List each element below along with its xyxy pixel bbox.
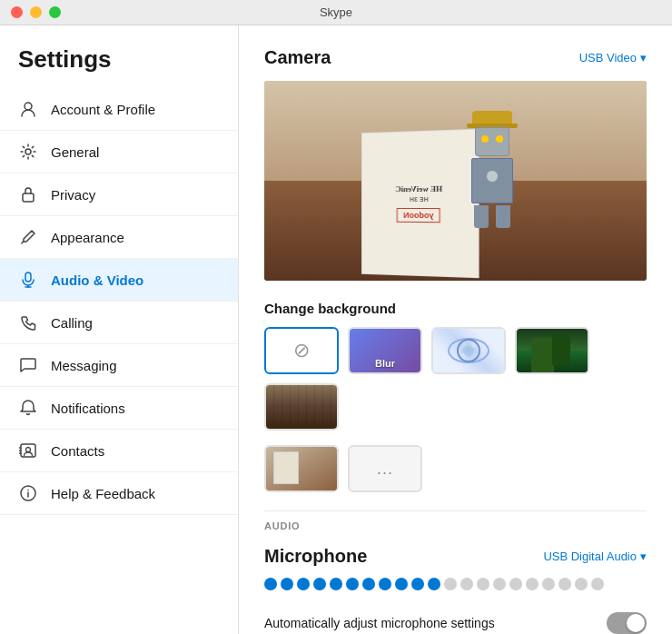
pattern-background <box>433 329 504 372</box>
bg-option-image2[interactable] <box>264 383 339 431</box>
sidebar-item-messaging[interactable]: Messaging <box>0 344 238 387</box>
chevron-down-icon: ▾ <box>640 51 647 64</box>
sidebar-item-notifications[interactable]: Notifications <box>0 387 238 430</box>
volume-dot <box>346 578 359 590</box>
main-content: Camera USB Video ▾ HE weiVeniC HE 3H yod… <box>239 25 672 634</box>
camera-header: Camera USB Video ▾ <box>264 47 647 68</box>
blur-label: Blur <box>375 358 395 369</box>
mic-icon <box>18 270 38 290</box>
sidebar-item-label: Account & Profile <box>51 102 155 117</box>
volume-dot <box>477 578 489 590</box>
volume-dot <box>362 578 375 590</box>
no-background-icon: ⊘ <box>293 339 310 362</box>
microphone-dropdown-label: USB Digital Audio <box>543 550 637 563</box>
info-icon <box>18 483 38 503</box>
volume-dot <box>591 578 604 590</box>
sidebar-item-help[interactable]: Help & Feedback <box>0 472 238 515</box>
bg-option-none[interactable]: ⊘ <box>264 327 339 374</box>
volume-indicator <box>264 578 647 590</box>
nature-background <box>517 329 588 372</box>
volume-dot <box>526 578 539 590</box>
auto-adjust-row: Automatically adjust microphone settings <box>264 605 647 634</box>
contacts-icon <box>18 441 38 461</box>
background-options-row2: ... <box>264 445 647 492</box>
camera-dropdown[interactable]: USB Video ▾ <box>579 51 647 64</box>
audio-section-divider: AUDIO <box>264 510 647 531</box>
volume-dot <box>509 578 522 590</box>
blur-background: Blur <box>350 329 420 372</box>
volume-dot <box>558 578 571 590</box>
sidebar-heading: Settings <box>0 25 238 88</box>
app-body: Settings Account & Profile General <box>0 25 672 634</box>
camera-prop-robot <box>456 111 529 229</box>
microphone-title: Microphone <box>264 546 367 567</box>
microphone-dropdown[interactable]: USB Digital Audio ▾ <box>543 550 647 563</box>
volume-dot <box>330 578 342 590</box>
camera-preview: HE weiVeniC HE 3H yodooN <box>264 81 647 281</box>
volume-dot <box>493 578 506 590</box>
photo-background <box>266 447 337 490</box>
bg-option-more[interactable]: ... <box>348 445 422 492</box>
bell-icon <box>18 398 38 418</box>
pattern-visual <box>448 338 490 364</box>
auto-adjust-toggle[interactable] <box>607 612 647 634</box>
bg-option-photo[interactable] <box>264 445 339 492</box>
volume-dot <box>313 578 326 590</box>
svg-point-0 <box>25 103 32 110</box>
microphone-header: Microphone USB Digital Audio ▾ <box>264 546 647 567</box>
volume-dot <box>411 578 424 590</box>
volume-dot <box>379 578 391 590</box>
brush-icon <box>18 227 38 247</box>
bg-option-pattern[interactable] <box>431 327 506 374</box>
volume-dot <box>395 578 408 590</box>
background-options: ⊘ Blur <box>264 327 647 431</box>
sidebar-item-label: Appearance <box>51 230 124 245</box>
bg-option-image1[interactable] <box>515 327 589 374</box>
wood-background <box>266 385 337 429</box>
person-icon <box>18 99 38 119</box>
volume-dot <box>281 578 293 590</box>
sidebar-item-contacts[interactable]: Contacts <box>0 430 238 472</box>
phone-icon <box>18 312 38 332</box>
bg-option-blur[interactable]: Blur <box>348 327 422 374</box>
svg-rect-6 <box>21 444 35 457</box>
sidebar-item-label: Messaging <box>51 358 117 373</box>
sidebar-item-calling[interactable]: Calling <box>0 302 238 344</box>
sidebar-item-label: Help & Feedback <box>51 486 155 501</box>
camera-dropdown-label: USB Video <box>579 51 637 64</box>
sidebar-item-general[interactable]: General <box>0 131 238 173</box>
sidebar-item-label: Audio & Video <box>51 272 143 288</box>
chevron-down-icon: ▾ <box>640 550 647 563</box>
volume-dot <box>575 578 588 590</box>
svg-point-10 <box>26 448 31 452</box>
gear-icon <box>18 142 38 162</box>
maximize-button[interactable] <box>49 6 61 18</box>
svg-rect-3 <box>25 272 31 282</box>
chat-icon <box>18 355 38 375</box>
sidebar-item-audio-video[interactable]: Audio & Video <box>0 259 238 302</box>
sidebar-item-appearance[interactable]: Appearance <box>0 216 238 259</box>
svg-rect-2 <box>23 193 34 202</box>
sidebar: Settings Account & Profile General <box>0 25 239 634</box>
sidebar-item-label: Contacts <box>51 443 104 459</box>
volume-dot <box>460 578 473 590</box>
svg-point-13 <box>27 490 29 491</box>
sidebar-item-account[interactable]: Account & Profile <box>0 88 238 131</box>
minimize-button[interactable] <box>30 6 42 18</box>
sidebar-item-label: General <box>51 144 99 160</box>
sidebar-item-label: Calling <box>51 315 93 331</box>
window-controls[interactable] <box>11 6 61 18</box>
window-title: Skype <box>320 5 352 19</box>
sidebar-item-label: Privacy <box>51 187 95 203</box>
camera-title: Camera <box>264 47 331 68</box>
svg-point-1 <box>25 149 31 154</box>
close-button[interactable] <box>11 6 23 18</box>
volume-dot <box>444 578 457 590</box>
sidebar-item-privacy[interactable]: Privacy <box>0 173 238 216</box>
volume-dot <box>297 578 310 590</box>
sidebar-item-label: Notifications <box>51 401 125 416</box>
volume-dot <box>428 578 440 590</box>
change-background-label: Change background <box>264 301 647 316</box>
volume-dot <box>264 578 277 590</box>
volume-dot <box>542 578 555 590</box>
